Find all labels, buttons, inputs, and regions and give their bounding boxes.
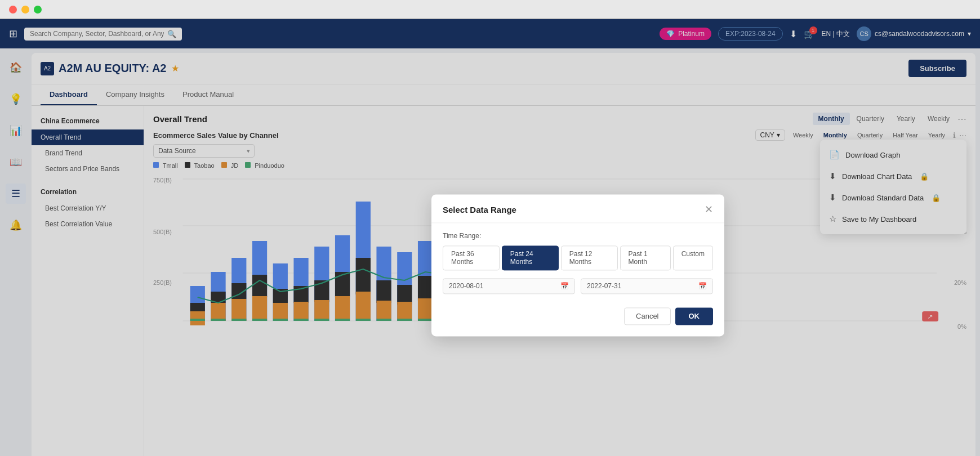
- time-range-label: Time Range:: [443, 232, 713, 240]
- date-end-field[interactable]: [587, 282, 694, 290]
- modal-close-button[interactable]: ✕: [705, 203, 713, 216]
- window-chrome: [0, 0, 980, 19]
- tr-tab-36m[interactable]: Past 36 Months: [443, 245, 500, 270]
- calendar-icon-end: 📅: [698, 282, 707, 290]
- modal-body: Time Range: Past 36 Months Past 24 Month…: [431, 223, 724, 336]
- modal-title: Select Data Range: [443, 205, 516, 214]
- select-data-range-modal: Select Data Range ✕ Time Range: Past 36 …: [431, 194, 724, 336]
- calendar-icon-start: 📅: [560, 282, 569, 290]
- time-range-tabs: Past 36 Months Past 24 Months Past 12 Mo…: [443, 245, 713, 270]
- cancel-button[interactable]: Cancel: [624, 307, 670, 325]
- modal-footer: Cancel OK: [443, 303, 713, 325]
- tr-tab-12m[interactable]: Past 12 Months: [561, 245, 618, 270]
- ok-button[interactable]: OK: [675, 307, 714, 325]
- maximize-dot[interactable]: [34, 6, 42, 14]
- tr-tab-24m[interactable]: Past 24 Months: [502, 245, 559, 270]
- tr-tab-custom[interactable]: Custom: [673, 245, 713, 270]
- date-start-input[interactable]: 📅: [443, 278, 575, 294]
- tr-tab-1m[interactable]: Past 1 Month: [620, 245, 671, 270]
- modal-overlay: Select Data Range ✕ Time Range: Past 36 …: [0, 18, 980, 456]
- date-start-field[interactable]: [449, 282, 556, 290]
- date-end-input[interactable]: 📅: [581, 278, 713, 294]
- modal-header: Select Data Range ✕: [431, 194, 724, 223]
- minimize-dot[interactable]: [21, 6, 29, 14]
- date-inputs: 📅 📅: [443, 278, 713, 294]
- close-dot[interactable]: [9, 6, 17, 14]
